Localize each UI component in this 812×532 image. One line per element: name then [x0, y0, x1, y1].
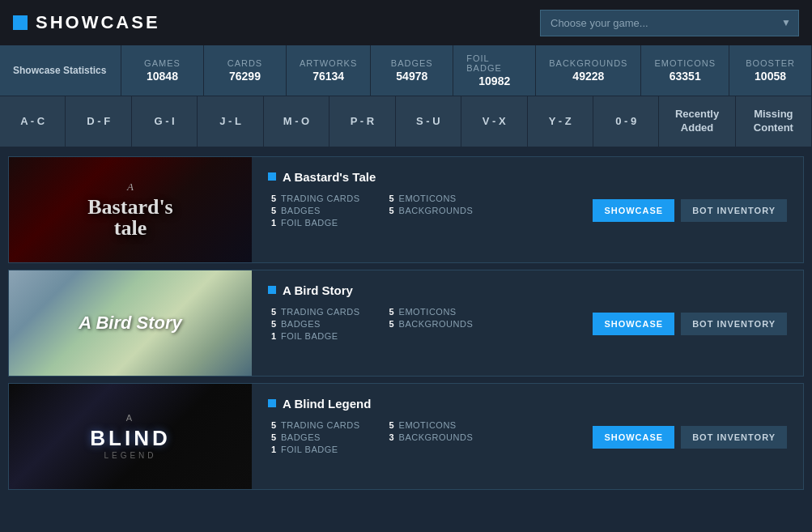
game-title-row: A Blind Legend	[268, 397, 787, 411]
stat-foil-badge-label: FOIL BADGE	[466, 53, 522, 73]
game-title: A Blind Legend	[283, 397, 371, 411]
emoticons-label: EMOTICONS	[399, 307, 457, 317]
game-card-bastards-tale: A Bastard's tale A Bastard's Tale 5 TRAD…	[8, 156, 804, 263]
stat-games-label: GAMES	[144, 58, 181, 68]
showcase-button[interactable]: SHOWCASE	[593, 199, 674, 222]
badges-label: BADGES	[281, 206, 321, 215]
game-card-bird-story: A Bird Story A Bird Story 5 TRADING CARD…	[8, 270, 804, 377]
bot-inventory-button[interactable]: BOT INVENTORY	[681, 199, 787, 222]
foil-badge-num: 1	[268, 445, 276, 454]
stat-games-value: 10848	[147, 70, 178, 83]
logo: SHOWCASE	[13, 12, 160, 33]
stat-col-right: 5 EMOTICONS 5 BACKGROUNDS	[386, 194, 474, 215]
stat-row-foil-badge: 1 FOIL BADGE	[268, 331, 360, 341]
stat-col-right: 5 EMOTICONS 3 BACKGROUNDS	[386, 420, 474, 442]
game-image-blind-legend: A BLIND LEGEND	[9, 384, 252, 489]
nav-g-i[interactable]: G - I	[132, 96, 198, 147]
nav-j-l[interactable]: J - L	[198, 96, 263, 147]
logo-text: SHOWCASE	[36, 12, 160, 33]
game-image-bastards-tale: A Bastard's tale	[9, 157, 252, 262]
stat-booster[interactable]: BOOSTER 10058	[729, 45, 812, 96]
stat-row-trading-cards: 5 TRADING CARDS	[268, 307, 360, 317]
emoticons-num: 5	[386, 420, 394, 430]
nav-missing-content[interactable]: Missing Content	[736, 96, 812, 147]
stat-badges[interactable]: BADGES 54978	[371, 45, 453, 96]
stat-badges-value: 54978	[396, 70, 427, 83]
game-stats-actions: 5 TRADING CARDS 5 BADGES 1 FOIL BADGE	[268, 194, 787, 228]
stat-col-left: 5 TRADING CARDS 5 BADGES 1 FOIL BADGE	[268, 194, 360, 228]
trading-cards-num: 5	[268, 194, 276, 203]
backgrounds-label: BACKGROUNDS	[399, 432, 474, 442]
nav-m-o[interactable]: M - O	[264, 96, 329, 147]
header: SHOWCASE Choose your game... ▼	[0, 0, 812, 45]
showcase-button[interactable]: SHOWCASE	[593, 313, 674, 335]
stat-booster-value: 10058	[755, 70, 786, 83]
stat-artworks[interactable]: ARTWORKS 76134	[287, 45, 371, 96]
foil-badge-num: 1	[268, 331, 276, 341]
game-info-blind-legend: A Blind Legend 5 TRADING CARDS 5 BADGES	[252, 384, 803, 489]
backgrounds-label: BACKGROUNDS	[399, 319, 474, 329]
game-title-row: A Bastard's Tale	[268, 170, 787, 184]
nav-p-r[interactable]: P - R	[329, 96, 395, 147]
stat-emoticons[interactable]: EMOTICONS 63351	[641, 45, 729, 96]
foil-badge-label: FOIL BADGE	[281, 331, 338, 341]
backgrounds-num: 5	[386, 319, 394, 329]
stat-foil-badge[interactable]: FOIL BADGE 10982	[453, 45, 536, 96]
emoticons-label: EMOTICONS	[399, 420, 457, 430]
stat-row-badges: 5 BADGES	[268, 319, 360, 329]
nav-v-x[interactable]: V - X	[461, 96, 527, 147]
foil-badge-num: 1	[268, 218, 276, 228]
stat-col-right: 5 EMOTICONS 5 BACKGROUNDS	[386, 307, 474, 329]
stat-badges-label: BADGES	[391, 58, 433, 68]
foil-badge-label: FOIL BADGE	[281, 445, 338, 454]
trading-cards-label: TRADING CARDS	[281, 307, 360, 317]
backgrounds-num: 5	[386, 206, 394, 215]
stat-row-trading-cards: 5 TRADING CARDS	[268, 420, 360, 430]
stat-cards-label: CARDS	[227, 58, 263, 68]
game-dropdown[interactable]: Choose your game...	[540, 10, 799, 36]
stat-row-emoticons: 5 EMOTICONS	[386, 194, 474, 203]
foil-badge-label: FOIL BADGE	[281, 218, 338, 228]
nav-d-f[interactable]: D - F	[66, 96, 131, 147]
stat-row-emoticons: 5 EMOTICONS	[386, 307, 474, 317]
stat-backgrounds[interactable]: BACKGROUNDS 49228	[536, 45, 641, 96]
game-stats-actions: 5 TRADING CARDS 5 BADGES 1 FOIL BADGE	[268, 420, 787, 454]
stats-bar-label: Showcase Statistics	[0, 45, 121, 96]
stat-artworks-label: ARTWORKS	[300, 58, 357, 68]
stat-backgrounds-value: 49228	[572, 70, 604, 83]
badges-label: BADGES	[281, 319, 321, 329]
game-dropdown-wrapper[interactable]: Choose your game... ▼	[540, 10, 799, 36]
nav-s-u[interactable]: S - U	[396, 96, 461, 147]
nav-y-z[interactable]: Y - Z	[528, 96, 593, 147]
stat-cards[interactable]: CARDS 76299	[204, 45, 287, 96]
nav-0-9[interactable]: 0 - 9	[593, 96, 659, 147]
bot-inventory-button[interactable]: BOT INVENTORY	[681, 313, 787, 335]
stat-row-foil-badge: 1 FOIL BADGE	[268, 445, 360, 454]
stat-emoticons-label: EMOTICONS	[654, 58, 716, 68]
stat-row-backgrounds: 3 BACKGROUNDS	[386, 432, 474, 442]
trading-cards-label: TRADING CARDS	[281, 194, 360, 203]
stats-bar: Showcase Statistics GAMES 10848 CARDS 76…	[0, 45, 812, 96]
trading-cards-num: 5	[268, 420, 276, 430]
stat-games[interactable]: GAMES 10848	[121, 45, 204, 96]
stat-row-trading-cards: 5 TRADING CARDS	[268, 194, 360, 203]
game-title-accent	[268, 399, 276, 407]
showcase-button[interactable]: SHOWCASE	[593, 426, 674, 449]
game-actions: SHOWCASE BOT INVENTORY	[593, 199, 787, 222]
game-title: A Bird Story	[283, 283, 353, 297]
stat-col-left: 5 TRADING CARDS 5 BADGES 1 FOIL BADGE	[268, 420, 360, 454]
nav-a-c[interactable]: A - C	[0, 96, 66, 147]
game-info-bastards-tale: A Bastard's Tale 5 TRADING CARDS 5 BADGE…	[252, 157, 803, 262]
game-title-accent	[268, 286, 276, 294]
bot-inventory-button[interactable]: BOT INVENTORY	[681, 426, 787, 449]
nav-bar: A - C D - F G - I J - L M - O P - R S - …	[0, 96, 812, 148]
emoticons-num: 5	[386, 307, 394, 317]
trading-cards-label: TRADING CARDS	[281, 420, 360, 430]
nav-recently-added[interactable]: Recently Added	[659, 96, 735, 147]
stat-col-left: 5 TRADING CARDS 5 BADGES 1 FOIL BADGE	[268, 307, 360, 341]
game-stats: 5 TRADING CARDS 5 BADGES 1 FOIL BADGE	[268, 194, 473, 228]
badges-num: 5	[268, 319, 276, 329]
trading-cards-num: 5	[268, 307, 276, 317]
stat-cards-value: 76299	[229, 70, 261, 83]
stat-booster-label: BOOSTER	[746, 58, 795, 68]
